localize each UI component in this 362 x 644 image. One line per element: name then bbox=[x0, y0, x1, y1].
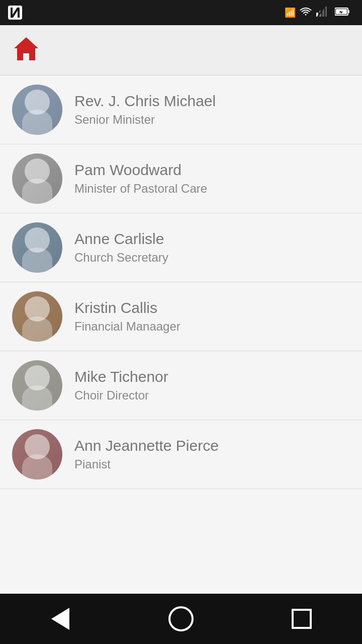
svg-rect-4 bbox=[325, 7, 327, 17]
signal-icon bbox=[316, 7, 327, 19]
status-bar-right: 📶 bbox=[285, 7, 354, 19]
person-name: Mike Tichenor bbox=[74, 368, 168, 385]
person-role: Church Secretary bbox=[74, 251, 168, 265]
header bbox=[0, 25, 362, 75]
person-role: Senior Minister bbox=[74, 113, 216, 127]
n-logo-icon bbox=[8, 6, 22, 20]
person-role: Minister of Pastoral Care bbox=[74, 182, 207, 196]
directory-list: Rev. J. Chris MichaelSenior MinisterPam … bbox=[0, 75, 362, 594]
person-role: Pianist bbox=[74, 457, 219, 471]
list-item[interactable]: Mike TichenorChoir Director bbox=[0, 351, 362, 420]
svg-rect-7 bbox=[348, 10, 349, 13]
avatar bbox=[12, 153, 62, 204]
home-button[interactable] bbox=[166, 604, 196, 634]
wifi-icon bbox=[300, 7, 312, 19]
person-info: Anne CarlisleChurch Secretary bbox=[74, 230, 168, 265]
list-item[interactable]: Anne CarlisleChurch Secretary bbox=[0, 213, 362, 282]
person-name: Anne Carlisle bbox=[74, 230, 168, 248]
status-bar-left bbox=[8, 6, 22, 20]
person-name: Ann Jeannette Pierce bbox=[74, 437, 219, 454]
home-icon[interactable] bbox=[12, 35, 40, 65]
svg-marker-9 bbox=[14, 37, 38, 60]
avatar bbox=[12, 85, 62, 135]
battery-icon bbox=[335, 7, 350, 18]
list-item[interactable]: Ann Jeannette PiercePianist bbox=[0, 420, 362, 489]
nfc-icon: 📶 bbox=[285, 7, 296, 18]
person-name: Rev. J. Chris Michael bbox=[74, 93, 216, 110]
back-button[interactable] bbox=[45, 604, 75, 634]
list-item[interactable]: Rev. J. Chris MichaelSenior Minister bbox=[0, 75, 362, 144]
person-role: Financial Manaager bbox=[74, 319, 180, 334]
avatar bbox=[12, 222, 62, 273]
person-info: Ann Jeannette PiercePianist bbox=[74, 437, 219, 471]
status-bar: 📶 bbox=[0, 0, 362, 25]
recents-button[interactable] bbox=[287, 604, 317, 634]
avatar bbox=[12, 291, 62, 342]
person-name: Pam Woodward bbox=[74, 162, 207, 179]
person-info: Mike TichenorChoir Director bbox=[74, 368, 168, 403]
person-info: Pam WoodwardMinister of Pastoral Care bbox=[74, 162, 207, 196]
person-name: Kristin Callis bbox=[74, 299, 180, 316]
person-role: Choir Director bbox=[74, 388, 168, 403]
list-item[interactable]: Kristin CallisFinancial Manaager bbox=[0, 282, 362, 351]
avatar bbox=[12, 360, 62, 411]
person-info: Kristin CallisFinancial Manaager bbox=[74, 299, 180, 334]
person-info: Rev. J. Chris MichaelSenior Minister bbox=[74, 93, 216, 127]
avatar bbox=[12, 429, 62, 479]
list-item[interactable]: Pam WoodwardMinister of Pastoral Care bbox=[0, 144, 362, 213]
nav-bar bbox=[0, 594, 362, 644]
